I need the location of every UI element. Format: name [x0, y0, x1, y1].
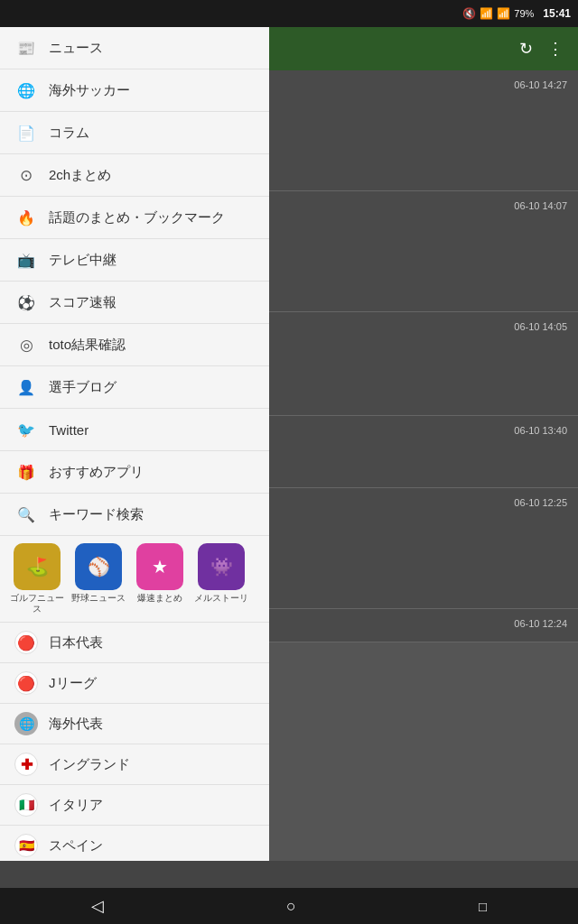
goal-news-icon: ⛳ — [14, 543, 61, 590]
sidebar-label-tv: テレビ中継 — [49, 252, 117, 269]
player-icon — [14, 375, 38, 399]
back-button[interactable] — [73, 892, 122, 919]
recent-button[interactable] — [461, 893, 505, 919]
sidebar-item-news[interactable]: ニュース — [0, 27, 269, 69]
sidebar-item-twitter[interactable]: Twitter — [0, 409, 269, 451]
globe-icon — [14, 79, 38, 102]
matome-icon: ★ — [136, 543, 183, 590]
sidebar-item-tv[interactable]: テレビ中継 — [0, 239, 269, 282]
country-item-italy[interactable]: 🇮🇹 イタリア — [0, 785, 269, 826]
country-label-england: イングランド — [49, 756, 130, 773]
sidebar-label-2ch: 2chまとめ — [49, 167, 111, 184]
sidebar-label-trending: 話題のまとめ・ブックマーク — [49, 209, 225, 226]
app-icons-row: ⛳ ゴルフニュース ⚾ 野球ニュース ★ 爆速まとめ 👾 メルストーリ — [0, 536, 269, 623]
sidebar-label-news: ニュース — [49, 40, 103, 57]
2ch-icon — [14, 163, 38, 187]
twitter-icon — [14, 418, 38, 441]
sidebar-item-2ch[interactable]: 2chまとめ — [0, 154, 269, 197]
country-item-england[interactable]: ✚ イングランド — [0, 744, 269, 785]
refresh-button[interactable]: ↻ — [519, 39, 533, 59]
main-wrapper: ↻ ⋮ 06-10 14:27 DFWペリシッチ獲得バチーム加入を熱望 グのマン… — [0, 27, 578, 897]
sidebar: ニュース 海外サッカー コラム 2chまとめ 話題のまとめ・ブックマーク テレビ… — [0, 27, 269, 861]
baseball-news-label: 野球ニュース — [71, 593, 126, 604]
sidebar-item-trending[interactable]: 話題のまとめ・ブックマーク — [0, 197, 269, 239]
tv-icon — [14, 248, 38, 272]
country-label-italy: イタリア — [49, 797, 103, 814]
baseball-news-icon: ⚾ — [75, 543, 122, 590]
sidebar-label-overseas: 海外サッカー — [49, 82, 130, 99]
sidebar-item-recommended-apps[interactable]: おすすめアプリ — [0, 451, 269, 494]
country-item-jleague[interactable]: 🔴 Jリーグ — [0, 663, 269, 704]
search-icon — [14, 503, 38, 526]
gift-icon — [14, 460, 38, 484]
flag-overseas: 🌐 — [14, 712, 38, 735]
country-item-spain[interactable]: 🇪🇸 スペイン — [0, 826, 269, 861]
sidebar-label-recommended: おすすめアプリ — [49, 464, 144, 481]
status-bar: 🔇 📶 📶 79% 15:41 — [0, 0, 578, 27]
app-icon-matome[interactable]: ★ 爆速まとめ — [132, 543, 188, 614]
home-button[interactable] — [268, 893, 314, 919]
flag-japan: 🔴 — [14, 631, 38, 654]
country-label-overseas: 海外代表 — [49, 716, 103, 733]
goal-news-label: ゴルフニュース — [9, 593, 65, 614]
bottom-nav — [0, 888, 578, 924]
battery-label: 79% — [514, 8, 534, 19]
flag-jleague: 🔴 — [14, 671, 38, 695]
status-icons: 🔇 📶 📶 79% 15:41 — [462, 7, 571, 20]
country-item-japan[interactable]: 🔴 日本代表 — [0, 623, 269, 663]
flag-spain: 🇪🇸 — [14, 834, 38, 857]
soccer-icon — [14, 291, 38, 314]
toto-icon — [14, 333, 38, 356]
country-label-jleague: Jリーグ — [49, 675, 97, 692]
sidebar-item-score[interactable]: スコア速報 — [0, 282, 269, 324]
sidebar-label-twitter: Twitter — [49, 422, 89, 438]
wifi-icon: 📶 — [480, 7, 493, 20]
sidebar-item-keyword-search[interactable]: キーワード検索 — [0, 494, 269, 536]
signal-icon: 📶 — [497, 7, 510, 20]
sidebar-label-search: キーワード検索 — [49, 506, 144, 523]
sidebar-label-column: コラム — [49, 125, 89, 142]
news-icon — [14, 36, 38, 60]
time-label: 15:41 — [543, 7, 571, 20]
mel-icon: 👾 — [198, 543, 245, 590]
country-label-spain: スペイン — [49, 837, 103, 855]
flag-italy: 🇮🇹 — [14, 793, 38, 817]
mute-icon: 🔇 — [462, 7, 476, 20]
sidebar-item-column[interactable]: コラム — [0, 112, 269, 154]
sidebar-item-toto[interactable]: toto結果確認 — [0, 324, 269, 366]
sidebar-label-player: 選手ブログ — [49, 379, 117, 396]
app-icon-goal[interactable]: ⛳ ゴルフニュース — [9, 543, 65, 614]
sidebar-item-player-blog[interactable]: 選手ブログ — [0, 366, 269, 409]
flame-icon — [14, 206, 38, 229]
more-button[interactable]: ⋮ — [547, 39, 564, 59]
sidebar-label-score: スコア速報 — [49, 294, 117, 311]
country-label-japan: 日本代表 — [49, 634, 103, 651]
matome-label: 爆速まとめ — [137, 593, 182, 604]
app-icon-baseball[interactable]: ⚾ 野球ニュース — [70, 543, 126, 614]
mel-label: メルストーリ — [194, 593, 248, 604]
sidebar-item-overseas-soccer[interactable]: 海外サッカー — [0, 69, 269, 112]
flag-england: ✚ — [14, 753, 38, 776]
app-icon-mel[interactable]: 👾 メルストーリ — [193, 543, 249, 614]
column-icon — [14, 121, 38, 144]
sidebar-label-toto: toto結果確認 — [49, 337, 126, 354]
country-item-overseas[interactable]: 🌐 海外代表 — [0, 704, 269, 744]
